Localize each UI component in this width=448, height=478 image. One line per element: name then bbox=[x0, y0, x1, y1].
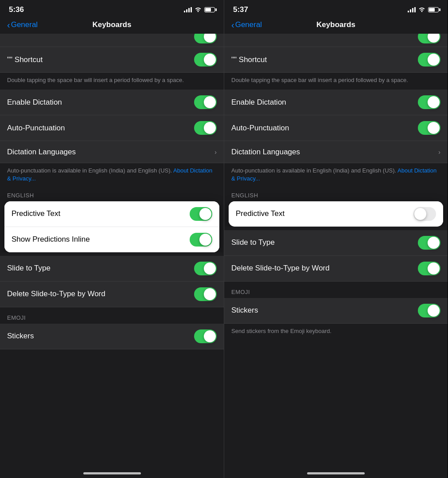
right-dictation-languages-row[interactable]: Dictation Languages › bbox=[224, 141, 448, 163]
right-auto-punctuation-row: Auto-Punctuation bbox=[224, 115, 448, 141]
left-delete-slide-label: Delete Slide-to-Type by Word bbox=[7, 290, 105, 298]
right-enable-dictation-toggle[interactable] bbox=[418, 95, 440, 109]
right-emoji-header: EMOJI bbox=[224, 285, 448, 298]
left-delete-slide-row: Delete Slide-to-Type by Word bbox=[0, 282, 224, 307]
right-auto-punctuation-label: Auto-Punctuation bbox=[231, 124, 289, 133]
left-slide-to-type-label: Slide to Type bbox=[7, 264, 51, 273]
left-predictive-text-row: Predictive Text bbox=[4, 201, 219, 227]
left-screen: 5:36 ‹ General Keyboards bbox=[0, 0, 224, 478]
left-predictive-text-label: Predictive Text bbox=[12, 209, 60, 218]
right-back-chevron-icon: ‹ bbox=[231, 20, 234, 29]
right-nav-bar: ‹ General Keyboards bbox=[224, 18, 448, 34]
left-enable-dictation-row: Enable Dictation bbox=[0, 90, 224, 115]
left-shortcut-desc: Double tapping the space bar will insert… bbox=[0, 73, 224, 90]
left-highlight-card: Predictive Text Show Predictions Inline bbox=[4, 201, 219, 252]
left-back-button[interactable]: ‹ General bbox=[7, 20, 38, 29]
battery-icon bbox=[204, 7, 215, 12]
right-stickers-desc: Send stickers from the Emoji keyboard. bbox=[224, 324, 448, 341]
right-back-button[interactable]: ‹ General bbox=[231, 20, 262, 29]
right-battery-icon bbox=[428, 7, 439, 12]
left-stickers-label: Stickers bbox=[7, 332, 34, 341]
right-stickers-toggle[interactable] bbox=[418, 304, 440, 317]
wifi-icon bbox=[195, 7, 202, 13]
left-status-icons bbox=[184, 7, 215, 13]
right-back-label: General bbox=[235, 20, 262, 29]
left-stickers-row: Stickers bbox=[0, 324, 224, 349]
left-dictation-languages-chevron: › bbox=[214, 149, 217, 156]
right-dictation-languages-label: Dictation Languages bbox=[231, 148, 300, 157]
right-home-indicator bbox=[307, 472, 365, 474]
left-dictation-desc: Auto-punctuation is available in English… bbox=[0, 163, 224, 188]
back-chevron-icon: ‹ bbox=[7, 20, 10, 29]
right-slide-to-type-label: Slide to Type bbox=[231, 238, 275, 247]
right-status-bar: 5:37 bbox=[224, 0, 448, 18]
left-english-header: ENGLISH bbox=[0, 188, 224, 201]
left-stickers-toggle[interactable] bbox=[194, 329, 217, 343]
right-predictive-text-label: Predictive Text bbox=[236, 209, 284, 218]
right-wifi-icon bbox=[418, 7, 425, 13]
right-slide-to-type-row: Slide to Type bbox=[224, 230, 448, 256]
right-delete-slide-label: Delete Slide-to-Type by Word bbox=[231, 264, 330, 273]
right-dictation-desc: Auto-punctuation is available in English… bbox=[224, 163, 448, 188]
right-stickers-label: Stickers bbox=[231, 306, 258, 315]
left-dictation-languages-label: Dictation Languages bbox=[7, 148, 76, 157]
right-time: 5:37 bbox=[233, 5, 248, 14]
right-highlight-card: Predictive Text bbox=[229, 201, 443, 227]
right-shortcut-toggle[interactable] bbox=[418, 53, 440, 67]
left-status-bar: 5:36 bbox=[0, 0, 224, 18]
right-partial-top bbox=[224, 34, 448, 47]
left-shortcut-toggle[interactable] bbox=[194, 53, 217, 67]
left-show-predictions-label: Show Predictions Inline bbox=[12, 235, 90, 244]
left-auto-punctuation-toggle[interactable] bbox=[194, 121, 217, 135]
left-slide-to-type-row: Slide to Type bbox=[0, 256, 224, 282]
right-shortcut-desc: Double tapping the space bar will insert… bbox=[224, 73, 448, 90]
right-partial-toggle[interactable] bbox=[418, 34, 440, 43]
left-nav-title: Keyboards bbox=[93, 20, 132, 29]
left-time: 5:36 bbox=[9, 5, 24, 14]
left-home-indicator bbox=[83, 472, 141, 474]
left-slide-to-type-toggle[interactable] bbox=[194, 262, 217, 275]
left-back-label: General bbox=[11, 20, 38, 29]
right-nav-title: Keyboards bbox=[316, 20, 355, 29]
right-screen: 5:37 ‹ General Keyboards bbox=[224, 0, 448, 478]
left-show-predictions-toggle[interactable] bbox=[190, 233, 212, 247]
left-predictive-text-toggle[interactable] bbox=[190, 207, 212, 221]
right-signal-icon bbox=[408, 7, 416, 12]
left-auto-punctuation-label: Auto-Punctuation bbox=[7, 124, 65, 133]
right-english-header: ENGLISH bbox=[224, 188, 448, 201]
right-enable-dictation-label: Enable Dictation bbox=[231, 98, 286, 107]
right-enable-dictation-row: Enable Dictation bbox=[224, 90, 448, 115]
left-enable-dictation-label: Enable Dictation bbox=[7, 98, 62, 107]
right-status-icons bbox=[408, 7, 439, 13]
right-slide-to-type-toggle[interactable] bbox=[418, 236, 440, 250]
right-auto-punctuation-toggle[interactable] bbox=[418, 121, 440, 135]
left-nav-bar: ‹ General Keyboards bbox=[0, 18, 224, 34]
left-auto-punctuation-row: Auto-Punctuation bbox=[0, 115, 224, 141]
left-partial-top bbox=[0, 34, 224, 47]
right-stickers-row: Stickers bbox=[224, 298, 448, 324]
right-dictation-languages-chevron: › bbox=[438, 149, 440, 156]
right-predictive-text-toggle[interactable] bbox=[413, 207, 436, 221]
right-predictive-text-row: Predictive Text bbox=[229, 201, 443, 227]
left-partial-toggle[interactable] bbox=[194, 34, 217, 43]
left-shortcut-row: "" Shortcut bbox=[0, 47, 224, 73]
left-dictation-languages-row[interactable]: Dictation Languages › bbox=[0, 141, 224, 163]
right-delete-slide-toggle[interactable] bbox=[418, 262, 440, 275]
right-shortcut-row: "" Shortcut bbox=[224, 47, 448, 73]
left-delete-slide-toggle[interactable] bbox=[194, 287, 217, 301]
right-shortcut-label: "" Shortcut bbox=[231, 55, 267, 64]
left-show-predictions-row: Show Predictions Inline bbox=[4, 227, 219, 252]
left-enable-dictation-toggle[interactable] bbox=[194, 95, 217, 109]
signal-icon bbox=[184, 7, 192, 12]
left-emoji-header: EMOJI bbox=[0, 311, 224, 324]
right-delete-slide-row: Delete Slide-to-Type by Word bbox=[224, 256, 448, 282]
left-shortcut-label: "" Shortcut bbox=[7, 55, 43, 64]
